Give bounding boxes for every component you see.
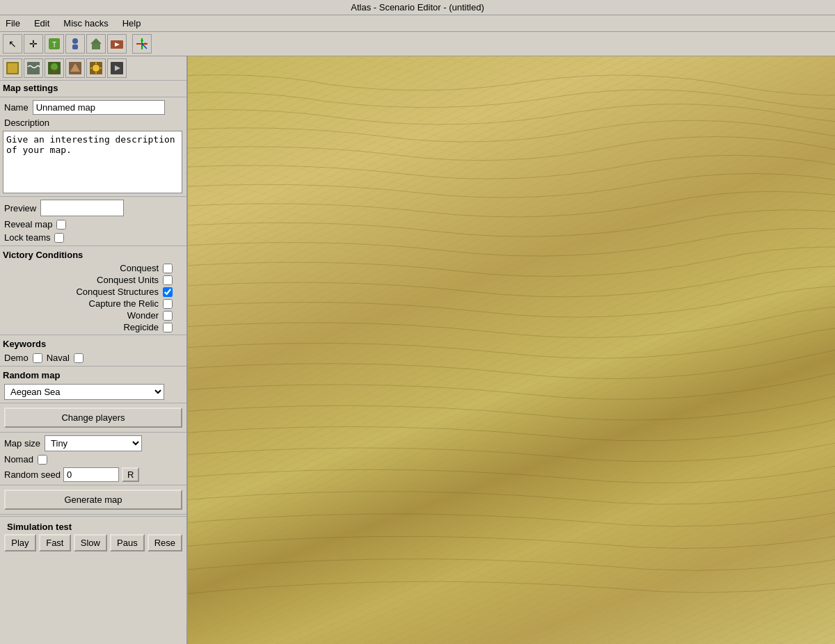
map-size-select[interactable]: Tiny Small Medium Large Very Large Giant: [45, 435, 142, 451]
map-area: [188, 56, 835, 644]
menu-item-help[interactable]: Help: [120, 17, 144, 30]
vc-conquest-row: Conquest: [0, 262, 186, 274]
lock-teams-label: Lock teams: [4, 232, 50, 243]
svg-point-2: [72, 38, 78, 44]
svg-point-17: [51, 63, 58, 70]
menu-item-misc-hacks[interactable]: Misc hacks: [61, 17, 111, 30]
vc-conquest-checkbox[interactable]: [163, 264, 173, 273]
axes-tool-btn[interactable]: [132, 34, 152, 54]
menu-item-file[interactable]: File: [3, 17, 23, 30]
map-size-label: Map size: [4, 438, 40, 449]
random-map-row: Aegean Sea Alpine Lakes Black Forest Con…: [0, 383, 186, 401]
lock-teams-row: Lock teams: [0, 231, 186, 244]
preview-box: [40, 200, 124, 216]
nomad-checkbox[interactable]: [38, 455, 47, 465]
svg-point-22: [93, 65, 100, 72]
menu-item-edit[interactable]: Edit: [31, 17, 52, 30]
reveal-map-checkbox[interactable]: [56, 220, 66, 230]
lock-teams-checkbox[interactable]: [54, 233, 64, 243]
reveal-map-row: Reveal map: [0, 218, 186, 231]
tb2-elevation-btn[interactable]: [65, 58, 85, 78]
generate-map-button[interactable]: Generate map: [4, 490, 182, 510]
vc-wonder-row: Wonder: [0, 309, 186, 321]
wave-svg: [188, 56, 835, 644]
map-name-input[interactable]: [33, 100, 165, 115]
fast-button[interactable]: Fast: [39, 534, 71, 552]
pause-button[interactable]: Paus: [110, 534, 145, 552]
title-bar: Atlas - Scenario Editor - (untitled): [0, 0, 835, 15]
svg-marker-12: [145, 42, 148, 45]
nomad-row: Nomad: [0, 453, 186, 466]
demo-label: Demo: [4, 353, 29, 363]
random-map-header: Random map: [0, 368, 186, 383]
svg-rect-14: [8, 63, 17, 73]
vc-capture-relic-checkbox[interactable]: [163, 299, 173, 309]
structure-tool-btn[interactable]: [86, 34, 106, 54]
random-seed-label: Random seed: [4, 469, 61, 480]
vc-conquest-structures-checkbox[interactable]: [163, 287, 173, 297]
keywords-header: Keywords: [0, 337, 186, 351]
change-players-button[interactable]: Change players: [4, 408, 182, 428]
tb2-plants-btn[interactable]: [45, 58, 64, 78]
keywords-row: Demo Naval: [0, 351, 186, 364]
name-row: Name: [0, 99, 186, 116]
name-label: Name: [4, 102, 29, 113]
tb2-terrain-btn[interactable]: [3, 58, 22, 78]
map-size-row: Map size Tiny Small Medium Large Very La…: [0, 434, 186, 453]
svg-line-10: [142, 44, 147, 49]
random-seed-row: Random seed R: [0, 466, 186, 483]
description-label: Description: [4, 118, 49, 128]
reveal-map-label: Reveal map: [4, 219, 52, 230]
vc-regicide-checkbox[interactable]: [163, 323, 173, 332]
tb2-cinematic-btn[interactable]: [107, 58, 127, 78]
vc-capture-relic-row: Capture the Relic: [0, 298, 186, 309]
vc-conquest-units-label: Conquest Units: [97, 275, 159, 285]
svg-rect-5: [92, 44, 100, 49]
vc-conquest-structures-row: Conquest Structures: [0, 286, 186, 298]
terrain-tool-btn[interactable]: T: [45, 34, 64, 54]
tb2-water-btn[interactable]: [24, 58, 43, 78]
slow-button[interactable]: Slow: [74, 534, 107, 552]
svg-rect-3: [72, 45, 78, 49]
vc-conquest-label: Conquest: [120, 263, 159, 273]
vc-wonder-checkbox[interactable]: [163, 311, 173, 321]
menu-bar: FileEditMisc hacksHelp: [0, 15, 835, 32]
demo-checkbox[interactable]: [33, 353, 42, 363]
left-panel: Map settings Name Description Give an in…: [0, 56, 188, 644]
sim-buttons: Play Fast Slow Paus Rese: [4, 534, 182, 552]
description-textarea[interactable]: Give an interesting description of your …: [3, 131, 182, 193]
sim-section: Simulation test Play Fast Slow Paus Rese: [0, 516, 186, 554]
sim-header: Simulation test: [4, 520, 182, 534]
vc-conquest-units-row: Conquest Units: [0, 274, 186, 286]
toolbar2: [0, 56, 186, 81]
svg-marker-11: [141, 38, 143, 41]
select-tool-btn[interactable]: ↖: [3, 34, 22, 54]
vc-regicide-row: Regicide: [0, 321, 186, 333]
title-text: Atlas - Scenario Editor - (untitled): [351, 2, 484, 13]
play-button[interactable]: Play: [4, 534, 36, 552]
nomad-label: Nomad: [4, 454, 33, 465]
r-button[interactable]: R: [122, 467, 139, 482]
svg-marker-4: [90, 38, 102, 44]
victory-conditions-header: Victory Conditions: [0, 248, 186, 262]
vc-wonder-label: Wonder: [127, 310, 159, 321]
random-seed-input[interactable]: [63, 467, 119, 482]
naval-label: Naval: [47, 353, 70, 363]
cinematic-tool-btn[interactable]: [107, 34, 127, 54]
vc-conquest-units-checkbox[interactable]: [163, 275, 173, 285]
preview-label: Preview: [4, 203, 36, 214]
naval-checkbox[interactable]: [74, 353, 84, 363]
tb2-lighting-btn[interactable]: [86, 58, 106, 78]
preview-row: Preview: [0, 198, 186, 218]
reset-button[interactable]: Rese: [148, 534, 182, 552]
vc-capture-relic-label: Capture the Relic: [89, 298, 159, 309]
vc-regicide-label: Regicide: [123, 322, 159, 332]
svg-text:T: T: [52, 41, 56, 49]
map-settings-header: Map settings: [0, 81, 186, 95]
unit-tool-btn[interactable]: [65, 34, 85, 54]
description-row: Description: [0, 116, 186, 129]
map-canvas: [188, 56, 835, 644]
move-tool-btn[interactable]: ✛: [24, 34, 43, 54]
toolbar: ↖ ✛ T: [0, 32, 835, 56]
random-map-select[interactable]: Aegean Sea Alpine Lakes Black Forest Con…: [4, 384, 164, 400]
